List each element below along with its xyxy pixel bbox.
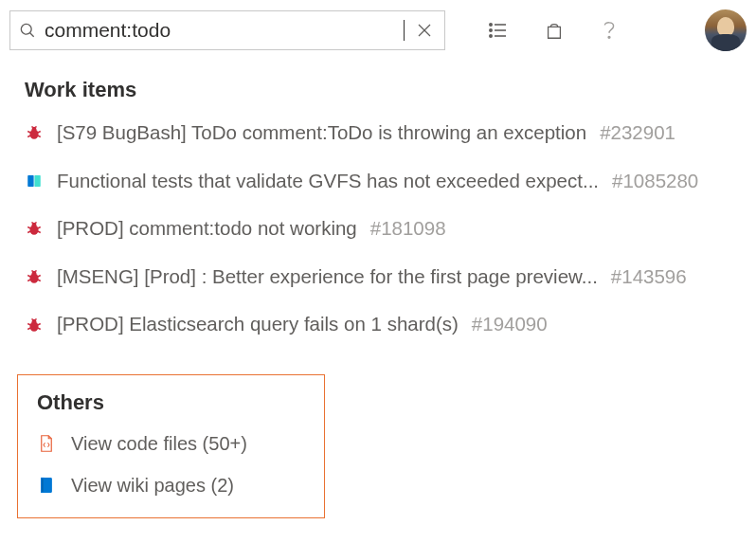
work-item-title: Functional tests that validate GVFS has … [57, 170, 599, 193]
list-icon[interactable] [487, 19, 510, 42]
svg-line-14 [38, 132, 41, 134]
svg-rect-47 [42, 478, 44, 492]
work-item[interactable]: [MSENG] [Prod] : Better experience for t… [25, 265, 731, 289]
work-item-title: [MSENG] [Prod] : Better experience for t… [57, 265, 598, 289]
work-item-title: [PROD] Elasticsearch query fails on 1 sh… [57, 313, 459, 336]
svg-line-40 [27, 323, 30, 325]
work-item-id: #232901 [600, 121, 675, 145]
view-code-files-link[interactable]: View code files (50+) [37, 432, 305, 455]
svg-rect-20 [34, 175, 41, 187]
search-box[interactable] [9, 10, 445, 50]
svg-line-26 [27, 231, 30, 233]
svg-line-18 [36, 127, 37, 129]
svg-point-8 [490, 35, 492, 37]
svg-line-33 [38, 276, 41, 278]
bug-icon [25, 124, 44, 141]
work-item[interactable]: [PROD] Elasticsearch query fails on 1 sh… [25, 313, 731, 336]
svg-line-32 [27, 276, 30, 278]
svg-line-34 [27, 280, 30, 281]
others-heading: Others [37, 390, 305, 415]
svg-point-0 [21, 24, 31, 34]
svg-line-36 [32, 270, 33, 272]
svg-line-15 [27, 136, 30, 137]
view-wiki-pages-link[interactable]: View wiki pages (2) [37, 474, 305, 497]
svg-line-29 [36, 223, 37, 225]
svg-point-6 [490, 29, 492, 31]
svg-point-10 [608, 36, 610, 38]
svg-line-1 [30, 33, 34, 37]
work-item-id: #143596 [611, 265, 687, 289]
wiki-icon [37, 476, 56, 495]
work-items-heading: Work items [25, 78, 731, 102]
svg-line-27 [38, 231, 41, 233]
search-icon [18, 21, 37, 40]
svg-line-13 [27, 132, 30, 134]
code-file-icon [37, 434, 56, 453]
work-item[interactable]: [PROD] comment:todo not working #181098 [25, 217, 731, 241]
svg-line-43 [38, 328, 41, 330]
top-bar [0, 0, 756, 57]
bug-icon [25, 268, 44, 285]
text-caret [404, 20, 405, 41]
work-item[interactable]: Functional tests that validate GVFS has … [25, 170, 731, 193]
work-item-title: [S79 BugBash] ToDo comment:ToDo is throw… [57, 121, 586, 145]
others-section: Others View code files (50+) View wiki p… [17, 374, 325, 518]
search-input[interactable] [45, 19, 399, 42]
others-item-label: View wiki pages (2) [71, 474, 234, 497]
bug-icon [25, 220, 44, 237]
svg-line-16 [38, 136, 41, 137]
svg-line-25 [38, 227, 41, 229]
svg-rect-19 [27, 175, 34, 187]
toolbar-icons [487, 17, 620, 44]
work-items-list: [S79 BugBash] ToDo comment:ToDo is throw… [25, 121, 731, 336]
book-icon [25, 172, 44, 190]
svg-point-4 [490, 24, 492, 26]
user-avatar[interactable] [705, 9, 747, 51]
svg-line-37 [36, 270, 37, 272]
work-item[interactable]: [S79 BugBash] ToDo comment:ToDo is throw… [25, 121, 731, 145]
shopping-bag-icon[interactable] [544, 19, 565, 42]
work-item-id: #1085280 [612, 170, 698, 193]
svg-line-24 [27, 227, 30, 229]
svg-line-44 [32, 318, 33, 320]
svg-line-42 [27, 328, 30, 330]
svg-line-35 [38, 280, 41, 281]
work-item-id: #181098 [370, 217, 446, 241]
work-item-title: [PROD] comment:todo not working [57, 217, 357, 241]
svg-line-17 [32, 127, 33, 129]
others-item-label: View code files (50+) [71, 432, 247, 455]
bug-icon [25, 317, 44, 334]
clear-search-button[interactable] [412, 22, 437, 39]
svg-line-28 [32, 223, 33, 225]
svg-line-41 [38, 323, 41, 325]
help-icon[interactable] [599, 17, 620, 44]
svg-line-45 [36, 318, 37, 320]
work-items-section: Work items [S79 BugBash] ToDo comment:To… [0, 57, 756, 336]
work-item-id: #194090 [472, 313, 548, 336]
